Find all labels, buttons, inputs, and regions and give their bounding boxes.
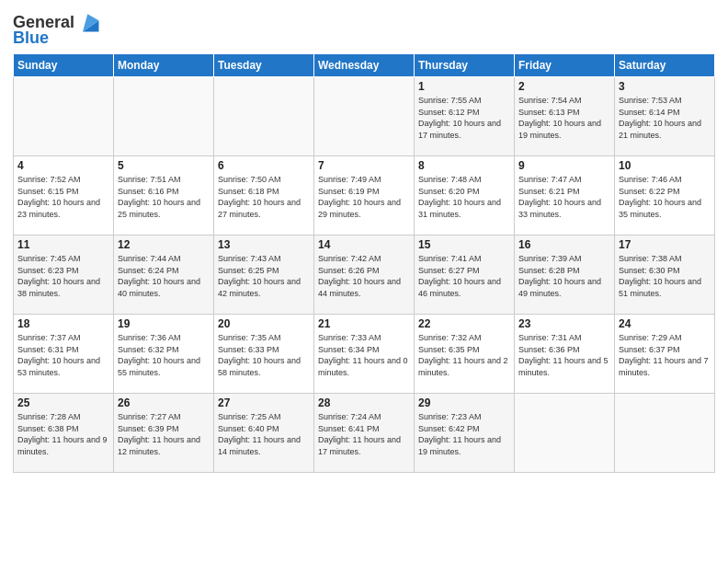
calendar-cell: 22Sunrise: 7:32 AMSunset: 6:35 PMDayligh…	[415, 315, 515, 394]
calendar-cell	[114, 77, 214, 156]
day-number: 4	[17, 159, 109, 172]
day-info: Sunrise: 7:43 AMSunset: 6:25 PMDaylight:…	[218, 253, 310, 299]
calendar-cell: 15Sunrise: 7:41 AMSunset: 6:27 PMDayligh…	[415, 236, 515, 315]
day-info: Sunrise: 7:37 AMSunset: 6:31 PMDaylight:…	[17, 332, 109, 378]
day-info: Sunrise: 7:24 AMSunset: 6:41 PMDaylight:…	[318, 411, 410, 457]
day-info: Sunrise: 7:36 AMSunset: 6:32 PMDaylight:…	[118, 332, 210, 378]
calendar-cell: 19Sunrise: 7:36 AMSunset: 6:32 PMDayligh…	[114, 315, 214, 394]
calendar-cell	[214, 77, 314, 156]
col-header-sunday: Sunday	[14, 54, 114, 77]
col-header-tuesday: Tuesday	[214, 54, 314, 77]
calendar-cell: 13Sunrise: 7:43 AMSunset: 6:25 PMDayligh…	[214, 236, 314, 315]
calendar-cell: 18Sunrise: 7:37 AMSunset: 6:31 PMDayligh…	[14, 315, 114, 394]
col-header-saturday: Saturday	[615, 54, 715, 77]
day-info: Sunrise: 7:33 AMSunset: 6:34 PMDaylight:…	[318, 332, 410, 378]
day-number: 1	[418, 80, 510, 93]
col-header-friday: Friday	[515, 54, 615, 77]
day-number: 6	[218, 159, 310, 172]
day-info: Sunrise: 7:25 AMSunset: 6:40 PMDaylight:…	[218, 411, 310, 457]
day-info: Sunrise: 7:38 AMSunset: 6:30 PMDaylight:…	[619, 253, 711, 299]
day-number: 13	[218, 238, 310, 251]
logo-icon	[76, 9, 102, 35]
calendar-cell: 2Sunrise: 7:54 AMSunset: 6:13 PMDaylight…	[515, 77, 615, 156]
calendar-cell: 6Sunrise: 7:50 AMSunset: 6:18 PMDaylight…	[214, 156, 314, 236]
day-info: Sunrise: 7:42 AMSunset: 6:26 PMDaylight:…	[318, 253, 410, 299]
day-number: 24	[619, 317, 711, 330]
day-info: Sunrise: 7:52 AMSunset: 6:15 PMDaylight:…	[17, 174, 109, 220]
day-info: Sunrise: 7:28 AMSunset: 6:38 PMDaylight:…	[17, 411, 109, 457]
calendar-cell: 24Sunrise: 7:29 AMSunset: 6:37 PMDayligh…	[615, 315, 715, 394]
day-info: Sunrise: 7:39 AMSunset: 6:28 PMDaylight:…	[518, 253, 610, 299]
calendar-cell: 5Sunrise: 7:51 AMSunset: 6:16 PMDaylight…	[114, 156, 214, 236]
calendar-cell	[515, 394, 615, 473]
day-info: Sunrise: 7:23 AMSunset: 6:42 PMDaylight:…	[418, 411, 510, 457]
day-number: 5	[118, 159, 210, 172]
day-number: 20	[218, 317, 310, 330]
header: General Blue	[13, 9, 715, 46]
day-info: Sunrise: 7:31 AMSunset: 6:36 PMDaylight:…	[518, 332, 610, 378]
day-info: Sunrise: 7:51 AMSunset: 6:16 PMDaylight:…	[118, 174, 210, 220]
day-info: Sunrise: 7:45 AMSunset: 6:23 PMDaylight:…	[17, 253, 109, 299]
calendar-cell: 7Sunrise: 7:49 AMSunset: 6:19 PMDaylight…	[314, 156, 415, 236]
calendar-cell: 14Sunrise: 7:42 AMSunset: 6:26 PMDayligh…	[314, 236, 415, 315]
week-row-3: 18Sunrise: 7:37 AMSunset: 6:31 PMDayligh…	[14, 315, 715, 394]
day-number: 11	[17, 238, 109, 251]
day-info: Sunrise: 7:50 AMSunset: 6:18 PMDaylight:…	[218, 174, 310, 220]
day-info: Sunrise: 7:35 AMSunset: 6:33 PMDaylight:…	[218, 332, 310, 378]
day-info: Sunrise: 7:53 AMSunset: 6:14 PMDaylight:…	[619, 95, 711, 141]
calendar-cell: 12Sunrise: 7:44 AMSunset: 6:24 PMDayligh…	[114, 236, 214, 315]
day-info: Sunrise: 7:48 AMSunset: 6:20 PMDaylight:…	[418, 174, 510, 220]
calendar-cell: 4Sunrise: 7:52 AMSunset: 6:15 PMDaylight…	[14, 156, 114, 236]
week-row-1: 4Sunrise: 7:52 AMSunset: 6:15 PMDaylight…	[14, 156, 715, 236]
day-info: Sunrise: 7:27 AMSunset: 6:39 PMDaylight:…	[118, 411, 210, 457]
calendar-cell	[314, 77, 415, 156]
calendar-cell: 9Sunrise: 7:47 AMSunset: 6:21 PMDaylight…	[515, 156, 615, 236]
day-number: 18	[17, 317, 109, 330]
calendar-cell: 29Sunrise: 7:23 AMSunset: 6:42 PMDayligh…	[415, 394, 515, 473]
col-header-wednesday: Wednesday	[314, 54, 415, 77]
calendar-cell: 17Sunrise: 7:38 AMSunset: 6:30 PMDayligh…	[615, 236, 715, 315]
day-info: Sunrise: 7:47 AMSunset: 6:21 PMDaylight:…	[518, 174, 610, 220]
day-number: 10	[619, 159, 711, 172]
day-info: Sunrise: 7:49 AMSunset: 6:19 PMDaylight:…	[318, 174, 410, 220]
day-number: 2	[518, 80, 610, 93]
calendar-cell: 26Sunrise: 7:27 AMSunset: 6:39 PMDayligh…	[114, 394, 214, 473]
day-number: 25	[17, 396, 109, 409]
calendar-cell: 11Sunrise: 7:45 AMSunset: 6:23 PMDayligh…	[14, 236, 114, 315]
calendar-cell: 23Sunrise: 7:31 AMSunset: 6:36 PMDayligh…	[515, 315, 615, 394]
day-number: 12	[118, 238, 210, 251]
week-row-2: 11Sunrise: 7:45 AMSunset: 6:23 PMDayligh…	[14, 236, 715, 315]
calendar-cell: 25Sunrise: 7:28 AMSunset: 6:38 PMDayligh…	[14, 394, 114, 473]
day-number: 19	[118, 317, 210, 330]
day-number: 27	[218, 396, 310, 409]
day-number: 15	[418, 238, 510, 251]
calendar-cell: 1Sunrise: 7:55 AMSunset: 6:12 PMDaylight…	[415, 77, 515, 156]
day-number: 7	[318, 159, 410, 172]
calendar-cell: 8Sunrise: 7:48 AMSunset: 6:20 PMDaylight…	[415, 156, 515, 236]
day-number: 28	[318, 396, 410, 409]
calendar-cell: 20Sunrise: 7:35 AMSunset: 6:33 PMDayligh…	[214, 315, 314, 394]
page: General Blue SundayMondayTuesdayWednesda…	[0, 0, 728, 563]
day-info: Sunrise: 7:55 AMSunset: 6:12 PMDaylight:…	[418, 95, 510, 141]
day-number: 16	[518, 238, 610, 251]
day-number: 8	[418, 159, 510, 172]
calendar-cell	[615, 394, 715, 473]
week-row-0: 1Sunrise: 7:55 AMSunset: 6:12 PMDaylight…	[14, 77, 715, 156]
col-header-monday: Monday	[114, 54, 214, 77]
calendar-table: SundayMondayTuesdayWednesdayThursdayFrid…	[13, 53, 715, 473]
day-number: 21	[318, 317, 410, 330]
calendar-cell: 21Sunrise: 7:33 AMSunset: 6:34 PMDayligh…	[314, 315, 415, 394]
day-info: Sunrise: 7:44 AMSunset: 6:24 PMDaylight:…	[118, 253, 210, 299]
col-header-thursday: Thursday	[415, 54, 515, 77]
day-info: Sunrise: 7:46 AMSunset: 6:22 PMDaylight:…	[619, 174, 711, 220]
calendar-cell	[14, 77, 114, 156]
day-info: Sunrise: 7:32 AMSunset: 6:35 PMDaylight:…	[418, 332, 510, 378]
calendar-cell: 28Sunrise: 7:24 AMSunset: 6:41 PMDayligh…	[314, 394, 415, 473]
calendar-cell: 10Sunrise: 7:46 AMSunset: 6:22 PMDayligh…	[615, 156, 715, 236]
calendar-cell: 3Sunrise: 7:53 AMSunset: 6:14 PMDaylight…	[615, 77, 715, 156]
calendar-cell: 16Sunrise: 7:39 AMSunset: 6:28 PMDayligh…	[515, 236, 615, 315]
week-row-4: 25Sunrise: 7:28 AMSunset: 6:38 PMDayligh…	[14, 394, 715, 473]
header-row: SundayMondayTuesdayWednesdayThursdayFrid…	[14, 54, 715, 77]
day-info: Sunrise: 7:41 AMSunset: 6:27 PMDaylight:…	[418, 253, 510, 299]
day-number: 14	[318, 238, 410, 251]
